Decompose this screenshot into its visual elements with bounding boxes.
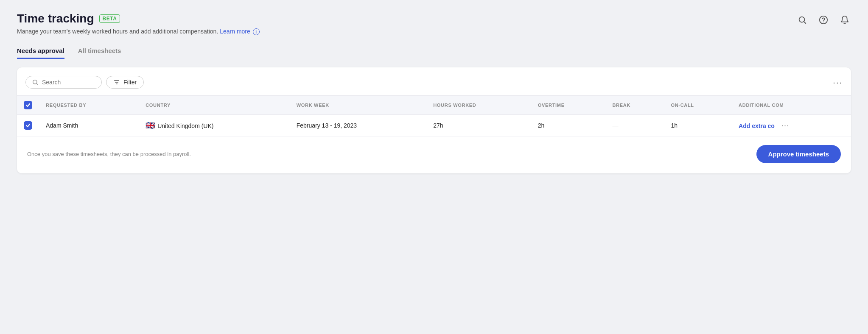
table-wrapper: REQUESTED BY COUNTRY WORK WEEK HOURS WOR… bbox=[17, 95, 851, 136]
tab-needs-approval[interactable]: Needs approval bbox=[17, 44, 64, 59]
row-checkbox[interactable] bbox=[24, 121, 32, 130]
col-overtime: OVERTIME bbox=[531, 96, 606, 115]
col-additional-comp: ADDITIONAL COM bbox=[732, 96, 851, 115]
search-button[interactable] bbox=[796, 14, 809, 26]
row-more-button[interactable]: ··· bbox=[781, 121, 790, 130]
title-row: Time tracking BETA bbox=[17, 12, 260, 25]
beta-badge: BETA bbox=[99, 14, 120, 23]
col-break: BREAK bbox=[605, 96, 664, 115]
timesheets-table: REQUESTED BY COUNTRY WORK WEEK HOURS WOR… bbox=[17, 95, 851, 136]
footer-row: Once you save these timesheets, they can… bbox=[17, 136, 851, 173]
col-requested-by: REQUESTED BY bbox=[39, 96, 139, 115]
cell-on-call: 1h bbox=[664, 115, 732, 136]
tabs-bar: Needs approval All timesheets bbox=[0, 35, 868, 59]
col-on-call: ON-CALL bbox=[664, 96, 732, 115]
top-bar: Time tracking BETA Manage your team's we… bbox=[0, 0, 868, 35]
svg-line-5 bbox=[36, 84, 38, 85]
header-right bbox=[796, 12, 851, 26]
toolbar: Filter ··· bbox=[17, 76, 851, 95]
select-all-checkbox[interactable] bbox=[24, 101, 32, 109]
cell-work-week: February 13 - 19, 2023 bbox=[290, 115, 427, 136]
toolbar-more-button[interactable]: ··· bbox=[833, 78, 843, 87]
cell-break: — bbox=[605, 115, 664, 136]
subtitle: Manage your team's weekly worked hours a… bbox=[17, 28, 260, 35]
notifications-button[interactable] bbox=[838, 14, 851, 26]
footer-note: Once you save these timesheets, they can… bbox=[27, 151, 191, 157]
search-input[interactable] bbox=[42, 79, 93, 86]
col-hours-worked: HOURS WORKED bbox=[426, 96, 531, 115]
country-flag: 🇬🇧 bbox=[146, 121, 155, 130]
cell-overtime: 2h bbox=[531, 115, 606, 136]
filter-icon bbox=[113, 79, 120, 86]
add-extra-compensation-link[interactable]: Add extra co bbox=[739, 122, 775, 129]
approve-timesheets-button[interactable]: Approve timesheets bbox=[756, 145, 841, 163]
svg-line-1 bbox=[804, 22, 806, 23]
tab-all-timesheets[interactable]: All timesheets bbox=[78, 44, 121, 59]
learn-more-link[interactable]: Learn more bbox=[220, 28, 250, 35]
col-work-week: WORK WEEK bbox=[290, 96, 427, 115]
search-box bbox=[25, 76, 102, 89]
table-header-row: REQUESTED BY COUNTRY WORK WEEK HOURS WOR… bbox=[17, 96, 851, 115]
cell-requested-by: Adam Smith bbox=[39, 115, 139, 136]
help-button[interactable] bbox=[817, 14, 830, 26]
main-content-card: Filter ··· REQUESTED BY CO bbox=[17, 67, 851, 173]
header-left: Time tracking BETA Manage your team's we… bbox=[17, 12, 260, 35]
svg-point-0 bbox=[799, 17, 805, 22]
cell-country: 🇬🇧United Kingdom (UK) bbox=[139, 115, 290, 136]
filter-button[interactable]: Filter bbox=[106, 76, 144, 89]
search-icon bbox=[32, 79, 39, 86]
col-country: COUNTRY bbox=[139, 96, 290, 115]
page-title: Time tracking bbox=[17, 12, 94, 25]
cell-additional-comp: Add extra co ··· bbox=[732, 115, 851, 136]
toolbar-left: Filter bbox=[25, 76, 144, 89]
row-checkbox-cell bbox=[17, 115, 39, 136]
table-row: Adam Smith 🇬🇧United Kingdom (UK) Februar… bbox=[17, 115, 851, 136]
cell-hours-worked: 27h bbox=[426, 115, 531, 136]
col-select bbox=[17, 96, 39, 115]
info-icon[interactable]: i bbox=[253, 28, 260, 35]
